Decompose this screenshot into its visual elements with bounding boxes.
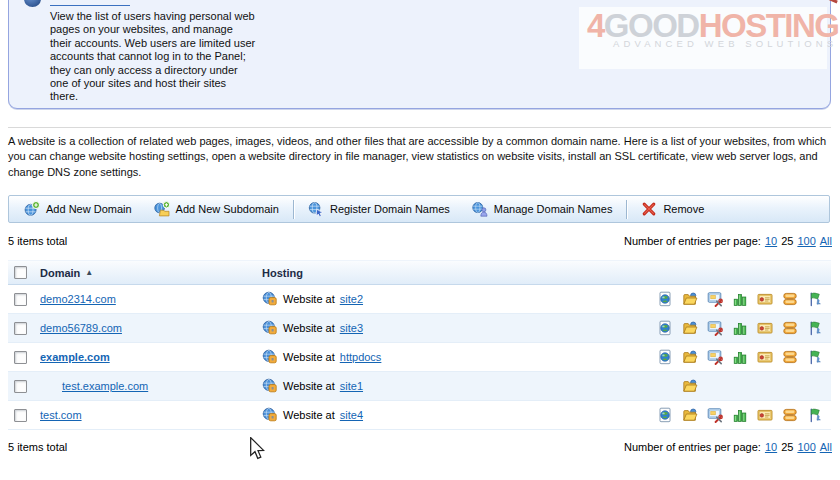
web-users-link-cutoff[interactable] <box>50 5 130 6</box>
domain-link[interactable]: example.com <box>40 351 110 363</box>
entries-per-page-label: Number of entries per page: <box>624 441 761 453</box>
site-directory-link[interactable]: site3 <box>340 322 363 334</box>
toolbar-separator <box>293 200 294 219</box>
per-page-25-current: 25 <box>781 235 793 247</box>
list-info-bar-top: 5 items total Number of entries per page… <box>8 235 832 247</box>
preview-icon[interactable] <box>652 349 677 365</box>
logo-wordmark: 4GOODHOSTING <box>587 11 839 41</box>
file-manager-icon[interactable] <box>677 407 702 423</box>
domains-table: Domain ▲ Hosting demo2314.com Website at… <box>8 260 831 430</box>
row-checkbox[interactable] <box>14 322 27 335</box>
row-checkbox[interactable] <box>14 409 27 422</box>
add-new-domain-button[interactable]: Add New Domain <box>13 196 143 222</box>
hosting-type-label: Website at <box>283 322 335 334</box>
logs-icon[interactable] <box>777 320 802 336</box>
domain-column-header[interactable]: Domain ▲ <box>40 267 262 279</box>
site-directory-link[interactable]: httpdocs <box>340 351 382 363</box>
hosting-type-label: Website at <box>283 293 335 305</box>
button-label: Add New Subdomain <box>176 203 279 215</box>
per-page-100-link[interactable]: 100 <box>797 235 815 247</box>
web-users-description: View the list of users having personal w… <box>50 10 256 104</box>
preview-icon[interactable] <box>652 291 677 307</box>
preview-icon[interactable] <box>652 320 677 336</box>
dns-icon[interactable] <box>802 349 827 365</box>
hosting-settings-icon[interactable] <box>702 349 727 365</box>
hosting-type-label: Website at <box>283 351 335 363</box>
globe-register-icon <box>308 201 324 217</box>
site-directory-link[interactable]: site4 <box>340 409 363 421</box>
button-label: Manage Domain Names <box>494 203 613 215</box>
hosting-settings-icon[interactable] <box>702 407 727 423</box>
statistics-icon[interactable] <box>727 291 752 307</box>
site-directory-link[interactable]: site2 <box>340 293 363 305</box>
add-new-subdomain-button[interactable]: Add New Subdomain <box>143 196 290 222</box>
file-manager-icon[interactable] <box>677 378 702 394</box>
subdomain-add-icon <box>154 201 170 217</box>
file-manager-icon[interactable] <box>677 320 702 336</box>
logs-icon[interactable] <box>777 407 802 423</box>
entries-per-page: Number of entries per page: 10 25 100 Al… <box>620 441 832 453</box>
websites-domains-page: View the list of users having personal w… <box>0 0 840 480</box>
preview-icon[interactable] <box>652 407 677 423</box>
table-row: example.com Website at httpdocs <box>8 343 831 372</box>
web-users-info-box: View the list of users having personal w… <box>8 0 831 109</box>
per-page-10-link[interactable]: 10 <box>765 441 777 453</box>
logo-subtitle: ADVANCED WEB SOLUTIONS <box>613 38 821 49</box>
register-domain-names-button[interactable]: Register Domain Names <box>297 196 461 222</box>
statistics-icon[interactable] <box>727 320 752 336</box>
domain-link[interactable]: demo2314.com <box>40 293 116 305</box>
hosting-type-label: Website at <box>283 409 335 421</box>
ssl-certificate-icon[interactable] <box>752 320 777 336</box>
4goodhosting-logo: 4GOODHOSTING COM ✿ ADVANCED WEB SOLUTION… <box>579 7 827 69</box>
per-page-100-link[interactable]: 100 <box>797 441 815 453</box>
web-users-icon <box>24 0 41 7</box>
row-checkbox[interactable] <box>14 293 27 306</box>
entries-per-page: Number of entries per page: 10 25 100 Al… <box>620 235 832 247</box>
dns-icon[interactable] <box>802 291 827 307</box>
statistics-icon[interactable] <box>727 349 752 365</box>
ssl-certificate-icon[interactable] <box>752 291 777 307</box>
ssl-certificate-icon[interactable] <box>752 349 777 365</box>
table-row: demo56789.com Website at site3 <box>8 314 831 343</box>
file-manager-icon[interactable] <box>677 291 702 307</box>
row-checkbox[interactable] <box>14 351 27 364</box>
site-directory-link[interactable]: site1 <box>340 380 363 392</box>
table-row: test.com Website at site4 <box>8 401 831 430</box>
dns-icon[interactable] <box>802 407 827 423</box>
button-label: Register Domain Names <box>330 203 450 215</box>
hosting-settings-icon[interactable] <box>702 320 727 336</box>
row-checkbox[interactable] <box>14 380 27 393</box>
website-icon <box>262 349 278 365</box>
file-manager-icon[interactable] <box>677 349 702 365</box>
logs-icon[interactable] <box>777 349 802 365</box>
button-label: Add New Domain <box>46 203 132 215</box>
table-row: test.example.com Website at site1 <box>8 372 831 401</box>
manage-domain-names-button[interactable]: Manage Domain Names <box>461 196 624 222</box>
list-info-bar-bottom: 5 items total Number of entries per page… <box>8 441 832 453</box>
website-icon <box>262 378 278 394</box>
domain-link[interactable]: test.com <box>40 409 82 421</box>
domains-toolbar: Add New Domain Add New Subdomain Registe… <box>8 195 830 223</box>
toolbar-separator <box>626 200 627 219</box>
website-icon <box>262 407 278 423</box>
items-total: 5 items total <box>8 235 67 247</box>
domain-link[interactable]: test.example.com <box>62 380 148 392</box>
domain-link[interactable]: demo56789.com <box>40 322 122 334</box>
table-row: demo2314.com Website at site2 <box>8 285 831 314</box>
hosting-settings-icon[interactable] <box>702 291 727 307</box>
remove-button[interactable]: Remove <box>630 196 715 222</box>
globe-add-icon <box>24 201 40 217</box>
per-page-10-link[interactable]: 10 <box>765 235 777 247</box>
dns-icon[interactable] <box>802 320 827 336</box>
hosting-type-label: Website at <box>283 380 335 392</box>
websites-description: A website is a collection of related web… <box>8 134 829 180</box>
per-page-all-link[interactable]: All <box>820 235 832 247</box>
website-icon <box>262 320 278 336</box>
logs-icon[interactable] <box>777 291 802 307</box>
select-all-checkbox[interactable] <box>14 266 27 279</box>
ssl-certificate-icon[interactable] <box>752 407 777 423</box>
per-page-all-link[interactable]: All <box>820 441 832 453</box>
entries-per-page-label: Number of entries per page: <box>624 235 761 247</box>
statistics-icon[interactable] <box>727 407 752 423</box>
hosting-column-header[interactable]: Hosting <box>262 267 649 279</box>
